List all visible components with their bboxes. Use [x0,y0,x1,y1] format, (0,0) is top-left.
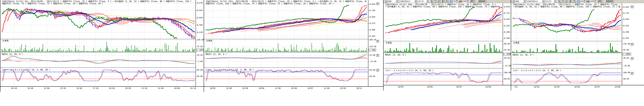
time-tick-label: 10/11 [355,87,363,90]
time-tick-label: 12:00 [43,87,50,90]
time-tick-label: 20:00 [124,87,132,90]
macd-tick-label: 40.00 [623,57,629,59]
volume-multiplier-badge: × 1000 [622,53,631,55]
chart-workspace: 日経225mini 11/12( 5分, 2011/10/05 - 2011/1… [0,0,644,106]
chart-window-60min: ▼先物▼日経225mini▼11/12▼足T日週月分60▲▼本数600▲▼適用複… [511,0,644,91]
time-tick-label: 12:00 [274,87,282,90]
stoch-tick-label: 95.00 [370,69,375,71]
period-button-日[interactable]: 日 [437,0,440,3]
minute-stepper[interactable]: 60▲▼ [580,0,586,3]
macd-section-label: MACD( 12, 26, 9 ) [206,53,227,55]
bar-type-label: 足 [558,0,561,3]
market-select[interactable]: 先物▼ [388,0,399,3]
toolbar-small-combo-button[interactable]: ▼ [384,0,387,3]
section-dropdown-button[interactable]: ▼ [630,72,634,75]
stoch-tick-label: 95.00 [197,69,203,71]
apply-button[interactable]: 適用 [597,0,602,3]
minute-stepper[interactable]: 60▲▼ [453,0,458,3]
time-tick-label: 10/08 [484,86,492,88]
time-tick-label: 20:00 [339,87,347,90]
chart-header: 日経225mini 11/12( 30分, 2011/09/30 - 2011/… [385,3,501,8]
time-tick-label: 20:00 [241,87,249,90]
chart-canvas[interactable] [0,0,204,87]
period-button-月[interactable]: 月 [572,0,576,3]
period-button-T[interactable]: T [561,0,564,3]
dropdown-arrow-icon: ▼ [542,0,544,2]
symbol-select[interactable]: 日経225mini▼ [399,0,418,3]
time-tick-label: 18:40 [108,87,116,90]
apply-button[interactable]: 適用 [470,0,474,3]
period-button-分[interactable]: 分 [449,0,452,3]
section-dropdown-button[interactable]: ▼ [630,5,634,8]
period-button-週[interactable]: 週 [441,0,444,3]
time-tick-label: 10/05 [553,86,561,88]
chart-window-30min: ▼先物▼日経225mini▼11/12▼足T日週月分60▲▼本数600▲▼適用複… [383,0,511,91]
price-tick-label: 8,620 [623,18,629,20]
volume-tick-label: 35.00 [504,49,510,51]
period-button-月[interactable]: 月 [445,0,448,3]
section-dropdown-button[interactable]: ▼ [376,2,379,5]
combo-value: 先物 [388,0,395,2]
macd-tick-label: -10.00 [623,65,630,67]
combo-value: 日経225mini [528,0,542,2]
contract-month-select[interactable]: 11/12▼ [418,0,429,3]
time-tick-label: 22:40 [157,87,164,90]
macd-tick-label: 15.00 [370,54,375,56]
volume-tick-label: 55.00 [623,49,629,51]
symbol-select[interactable]: 日経225mini▼ [527,0,545,3]
count-stepper[interactable]: 600▲▼ [462,0,469,3]
time-tick-label: 20:00 [290,87,298,90]
period-button-日[interactable]: 日 [564,0,568,3]
time-tick-label: 10/07 [593,86,601,88]
combo-value: 11/12 [546,0,553,2]
period-button-T[interactable]: T [434,0,436,3]
chart-canvas[interactable] [204,0,383,87]
time-tick-label: 09:20 [10,87,18,90]
multi-symbol-button[interactable]: 複数銘柄 [478,0,486,3]
macd-tick-label: -15.00 [504,65,511,67]
volume-section-label: 出来高 [386,41,392,44]
section-dropdown-button[interactable]: ▼ [376,39,379,42]
chart-header-line2: 一目均衡表( 9, 26, 52 ) 移動平均( Close, 40 ) 移動平… [513,6,620,8]
time-tick-label: 10/05 [397,86,405,88]
section-dropdown-button[interactable]: ▼ [630,57,634,60]
price-tick-label: 8,650 [370,16,375,18]
section-dropdown-button[interactable]: ▼ [376,54,379,57]
period-button-分[interactable]: 分 [576,0,580,3]
dropdown-arrow-icon: ▼ [414,0,417,2]
period-button-週[interactable]: 週 [568,0,572,3]
stochastics-section-label: スロー・ストキャスティクス( 14, 3, 80, 20 ) [513,69,561,72]
count-stepper[interactable]: 600▲▼ [590,0,596,3]
count-label: 本数 [586,0,590,3]
volume-tick-label: 195.00 [197,39,204,41]
combo-value: 11/12 [418,0,426,2]
volume-section-label: 出来高 [206,39,212,42]
time-tick-label: 14:40 [75,87,83,90]
minute-value: 60 [581,0,583,2]
price-tick-label: 8,810 [504,6,510,8]
toolbar-small-combo-button[interactable]: ▼ [512,0,514,3]
time-tick-label: Oct [512,86,520,88]
time-tick-label: 10/06 [258,87,266,90]
multi-symbol-button[interactable]: 複数銘柄 [605,0,614,3]
volume-section-label: 出来高 [513,41,519,44]
section-dropdown-button[interactable]: ▼ [376,69,379,72]
price-tick-label: 8,525 [623,25,629,27]
volume-multiplier-badge: × 100 [196,49,204,51]
time-tick-label: 21:20 [140,87,148,90]
time-tick-label: 01:20 [189,87,197,90]
section-dropdown-button[interactable]: ▼ [630,43,634,45]
time-tick-label: 10/04 [532,86,540,88]
combo-value: 日経225mini [400,0,414,2]
chart-header-line2: 移動平均( Close, 75 ) 移動平均( Close, 75 ) 移動平均… [2,2,194,5]
price-tick-label: 8,335 [623,37,629,39]
spinner-arrows-icon: ▲▼ [467,0,468,2]
contract-month-select[interactable]: 11/12▼ [546,0,557,3]
price-tick-label: 8,810 [370,3,375,5]
market-select[interactable]: 先物▼ [515,0,526,3]
chart-canvas[interactable] [384,0,511,86]
volume-multiplier-badge: × 100 [369,49,376,51]
price-tick-label: 8,490 [370,29,375,31]
chart-header: 日経225mini 11/12( 60分, 2011/09/30 - 2011/… [513,3,620,8]
minute-value: 60 [454,0,456,2]
